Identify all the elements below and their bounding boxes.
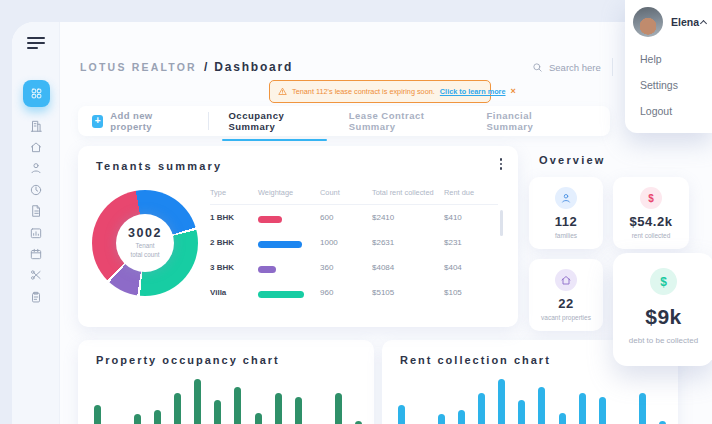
avatar[interactable] <box>633 7 663 37</box>
tenant-total-label: Tenant total count <box>130 242 159 260</box>
alert-close-icon[interactable]: × <box>511 87 516 96</box>
chevron-up-icon[interactable] <box>700 20 707 27</box>
bar <box>518 400 525 424</box>
debt-dollar-icon: $ <box>650 268 677 295</box>
kebab-menu-icon[interactable] <box>496 158 506 172</box>
bar <box>154 410 161 424</box>
bar <box>639 393 646 424</box>
breadcrumb-separator: / <box>204 60 207 74</box>
row-total-rent: $2410 <box>372 213 444 222</box>
menu-item-logout[interactable]: Logout <box>640 98 678 124</box>
rent-collected-card: $ $54.2k rent collected <box>613 177 689 249</box>
alert-link[interactable]: Click to learn more <box>440 87 506 96</box>
bar <box>438 414 445 424</box>
row-rent-due: $404 <box>444 263 498 272</box>
col-type: Type <box>210 180 258 205</box>
tenants-donut-chart: 3002 Tenant total count <box>92 190 198 296</box>
rent-collected-value: $54.2k <box>630 214 673 229</box>
bar <box>234 387 241 424</box>
tabbar-divider <box>208 112 209 130</box>
sidebar-item-properties-icon[interactable] <box>29 118 44 133</box>
bar <box>275 393 282 424</box>
warning-icon <box>278 87 287 96</box>
col-rent-due: Rent due <box>444 180 498 205</box>
sidebar-item-history-icon[interactable] <box>29 182 44 197</box>
property-occupancy-chart-card: Property occupancy chart <box>78 340 374 424</box>
debt-label: debt to be collected <box>629 336 698 345</box>
tab-financial-summary[interactable]: Financial Summary <box>484 101 572 141</box>
sidebar-item-reports-icon[interactable] <box>29 225 44 240</box>
bar <box>599 397 606 424</box>
donut-center: 3002 Tenant total count <box>116 214 174 272</box>
hamburger-menu-icon[interactable] <box>27 37 45 51</box>
families-value: 112 <box>555 214 577 229</box>
sidebar-item-home-icon[interactable] <box>29 140 44 155</box>
rent-dollar-icon: $ <box>640 187 662 209</box>
col-count: Count <box>320 180 372 205</box>
tab-lease-contract-summary[interactable]: Lease Contract Summary <box>347 101 461 141</box>
plus-icon: + <box>92 115 103 128</box>
sidebar-item-notes-icon[interactable] <box>29 289 44 304</box>
row-count: 360 <box>320 263 372 272</box>
bar <box>134 414 141 424</box>
lease-alert-banner: Tenant 112's lease contract is expiring … <box>269 80 491 103</box>
sidebar-item-dashboard-icon[interactable] <box>23 80 50 107</box>
row-total-rent: $5105 <box>372 288 444 297</box>
table-scrollbar[interactable] <box>500 210 503 236</box>
menu-item-settings[interactable]: Settings <box>640 72 678 98</box>
user-menu-dropdown: Elena Help Settings Logout <box>625 0 712 133</box>
row-rent-due: $231 <box>444 238 498 247</box>
vacant-properties-label: vacant properties <box>541 314 591 321</box>
tenants-summary-card: Tenants summary 3002 Tenant total count … <box>78 146 518 327</box>
pill-villa <box>258 291 304 298</box>
sidebar-rail <box>12 80 60 307</box>
alert-message: Tenant 112's lease contract is expiring … <box>292 87 435 96</box>
weightage-pill <box>258 259 320 277</box>
row-type: 2 BHK <box>210 238 258 247</box>
bar <box>214 400 221 424</box>
bar <box>194 379 201 424</box>
rent-collection-bars <box>398 374 666 424</box>
row-type: Villa <box>210 288 258 297</box>
rent-collection-title: Rent collection chart <box>400 354 551 366</box>
page-title: Dashboard <box>214 60 293 74</box>
pill-2-bhk <box>258 241 302 248</box>
user-name[interactable]: Elena <box>671 16 699 28</box>
row-rent-due: $105 <box>444 288 498 297</box>
vacant-home-icon <box>555 269 577 291</box>
bar <box>478 393 485 424</box>
row-total-rent: $4084 <box>372 263 444 272</box>
search-icon <box>532 62 543 73</box>
weightage-pill <box>258 284 320 302</box>
brand-name: LOTUS REALTOR <box>80 61 197 73</box>
rent-collected-label: rent collected <box>632 232 671 239</box>
col-total-rent: Total rent collected <box>372 180 444 205</box>
search-placeholder: Search here <box>549 62 601 73</box>
sidebar-item-maintenance-icon[interactable] <box>29 268 44 283</box>
row-total-rent: $2631 <box>372 238 444 247</box>
add-property-label: Add new property <box>110 110 185 132</box>
row-type: 3 BHK <box>210 263 258 272</box>
add-property-button[interactable]: + Add new property <box>92 110 186 132</box>
debt-card: $ $9k debt to be collected <box>613 253 712 366</box>
weightage-pill <box>258 234 320 252</box>
search-input[interactable]: Search here <box>532 62 601 73</box>
bar <box>255 413 262 424</box>
sidebar-item-tenants-icon[interactable] <box>29 161 44 176</box>
overview-title: Overview <box>539 154 606 166</box>
vacant-properties-card: 22 vacant properties <box>529 259 603 331</box>
bar <box>458 410 465 424</box>
bar <box>498 379 505 424</box>
row-rent-due: $410 <box>444 213 498 222</box>
vacant-properties-value: 22 <box>558 296 573 311</box>
sidebar-item-documents-icon[interactable] <box>29 204 44 219</box>
tenants-table: Type Weightage Count Total rent collecte… <box>210 180 498 305</box>
app-window: LOTUS REALTOR / Dashboard Search here Te… <box>12 22 712 424</box>
menu-item-help[interactable]: Help <box>640 46 678 72</box>
sidebar-item-calendar-icon[interactable] <box>29 246 44 261</box>
property-occupancy-bars <box>94 374 362 424</box>
bar <box>579 393 586 424</box>
breadcrumb: LOTUS REALTOR / Dashboard <box>80 60 293 74</box>
debt-value: $9k <box>645 305 682 329</box>
tab-occupancy-summary[interactable]: Occupancy Summary <box>226 101 322 141</box>
